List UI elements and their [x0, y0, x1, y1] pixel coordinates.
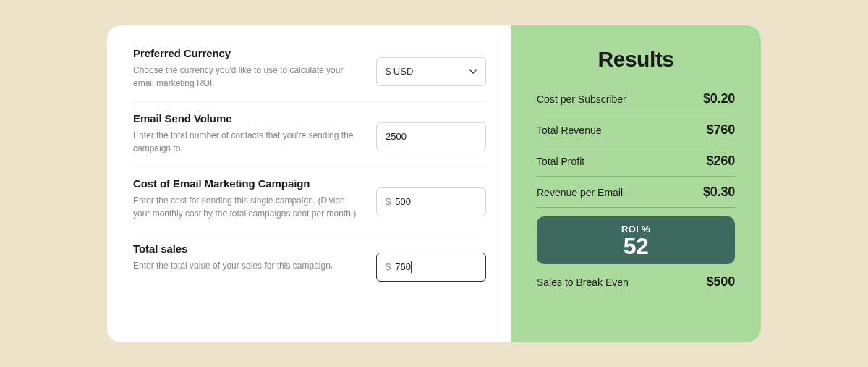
- result-value: $500: [707, 274, 735, 290]
- inputs-panel: Preferred Currency Choose the currency y…: [107, 25, 511, 342]
- result-value: $760: [707, 122, 735, 138]
- text-cursor: [411, 261, 412, 273]
- field-row-volume: Email Send Volume Enter the total number…: [133, 102, 486, 167]
- roi-box: ROI % 52: [537, 216, 735, 265]
- field-title: Total sales: [133, 242, 362, 255]
- result-label: Revenue per Email: [537, 187, 623, 198]
- field-row-currency: Preferred Currency Choose the currency y…: [133, 47, 486, 102]
- field-desc: Enter the cost for sending this single c…: [133, 194, 362, 220]
- result-value: $0.20: [703, 91, 735, 106]
- result-row-total-profit: Total Profit $260: [537, 145, 735, 177]
- result-row-total-revenue: Total Revenue $760: [537, 114, 735, 145]
- sales-input[interactable]: $ 760: [376, 253, 486, 282]
- currency-prefix: $: [386, 196, 391, 207]
- roi-value: 52: [537, 235, 735, 259]
- field-desc: Enter the total number of contacts that …: [133, 129, 362, 155]
- result-value: $260: [707, 153, 735, 169]
- field-row-sales: Total sales Enter the total value of you…: [133, 232, 486, 293]
- field-text: Preferred Currency Choose the currency y…: [133, 47, 376, 90]
- field-title: Email Send Volume: [133, 112, 362, 125]
- input-value: 2500: [386, 131, 407, 142]
- result-row-break-even: Sales to Break Even $500: [537, 264, 735, 290]
- field-desc: Choose the currency you'd like to use to…: [133, 64, 362, 90]
- currency-select[interactable]: $ USD: [376, 57, 486, 86]
- chevron-down-icon: [469, 69, 477, 74]
- result-label: Total Profit: [537, 156, 584, 167]
- result-row-revenue-per-email: Revenue per Email $0.30: [537, 177, 735, 208]
- results-panel: Results Cost per Subscriber $0.20 Total …: [511, 25, 761, 342]
- field-title: Cost of Email Marketing Campaign: [133, 177, 362, 190]
- field-title: Preferred Currency: [133, 47, 362, 59]
- volume-input[interactable]: 2500: [376, 122, 486, 151]
- field-control: 2500: [376, 112, 486, 151]
- result-label: Cost per Subscriber: [537, 93, 626, 105]
- cost-input[interactable]: $ 500: [376, 187, 486, 216]
- input-value: 500: [395, 196, 411, 207]
- roi-calculator-card: Preferred Currency Choose the currency y…: [107, 25, 761, 342]
- currency-value: $ USD: [386, 66, 413, 77]
- field-desc: Enter the total value of your sales for …: [133, 259, 362, 272]
- result-row-cost-per-subscriber: Cost per Subscriber $0.20: [537, 83, 735, 114]
- field-row-cost: Cost of Email Marketing Campaign Enter t…: [133, 167, 486, 232]
- field-control: $ 760: [376, 242, 486, 282]
- currency-prefix: $: [386, 261, 391, 272]
- field-text: Total sales Enter the total value of you…: [133, 242, 376, 272]
- field-text: Email Send Volume Enter the total number…: [133, 112, 376, 155]
- result-label: Total Revenue: [537, 125, 602, 136]
- field-text: Cost of Email Marketing Campaign Enter t…: [133, 177, 376, 220]
- input-value: 760: [395, 261, 411, 272]
- field-control: $ USD: [376, 47, 486, 86]
- field-control: $ 500: [376, 177, 486, 216]
- results-title: Results: [537, 47, 735, 72]
- result-value: $0.30: [703, 185, 735, 200]
- result-label: Sales to Break Even: [537, 277, 629, 288]
